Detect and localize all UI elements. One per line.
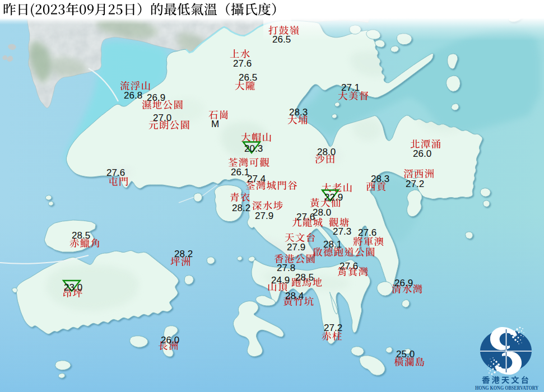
svg-text:22.9: 22.9	[324, 192, 343, 203]
svg-text:24.9: 24.9	[271, 275, 290, 286]
svg-text:28.0: 28.0	[317, 147, 336, 157]
svg-text:27.6: 27.6	[340, 261, 358, 272]
svg-text:27.9: 27.9	[255, 211, 273, 221]
svg-text:26.8: 26.8	[124, 90, 142, 101]
svg-text:28.3: 28.3	[289, 107, 308, 118]
svg-text:28.1: 28.1	[323, 239, 342, 250]
svg-text:27.6: 27.6	[358, 227, 376, 238]
svg-text:27.3: 27.3	[333, 226, 351, 237]
svg-text:28.3: 28.3	[371, 174, 389, 184]
svg-text:28.4: 28.4	[285, 291, 304, 301]
svg-text:28.0: 28.0	[313, 207, 331, 218]
svg-text:26.9: 26.9	[394, 278, 413, 288]
svg-text:26.5: 26.5	[272, 34, 291, 45]
svg-text:27.4: 27.4	[247, 174, 266, 184]
svg-text:28.5: 28.5	[72, 230, 90, 241]
svg-text:HONG KONG OBSERVATORY: HONG KONG OBSERVATORY	[475, 384, 538, 391]
svg-text:27.9: 27.9	[287, 242, 305, 253]
svg-text:27.6: 27.6	[296, 212, 315, 222]
svg-text:28.2: 28.2	[174, 249, 193, 259]
svg-text:27.6: 27.6	[106, 167, 125, 178]
svg-text:26.0: 26.0	[413, 148, 431, 159]
svg-text:27.2: 27.2	[324, 323, 342, 333]
svg-text:27.1: 27.1	[341, 82, 360, 93]
svg-text:26.5: 26.5	[239, 72, 257, 83]
svg-text:26.0: 26.0	[161, 335, 179, 346]
svg-text:27.8: 27.8	[277, 263, 295, 273]
svg-text:25.0: 25.0	[396, 349, 415, 360]
svg-text:26.9: 26.9	[147, 92, 165, 103]
svg-text:23.0: 23.0	[64, 282, 82, 293]
svg-text:M: M	[211, 119, 219, 129]
svg-text:28.5: 28.5	[295, 272, 314, 283]
svg-text:27.6: 27.6	[233, 58, 252, 69]
svg-text:27.2: 27.2	[406, 179, 424, 189]
svg-text:28.2: 28.2	[232, 203, 250, 213]
svg-text:27.0: 27.0	[153, 113, 171, 123]
svg-text:20.3: 20.3	[244, 143, 263, 154]
